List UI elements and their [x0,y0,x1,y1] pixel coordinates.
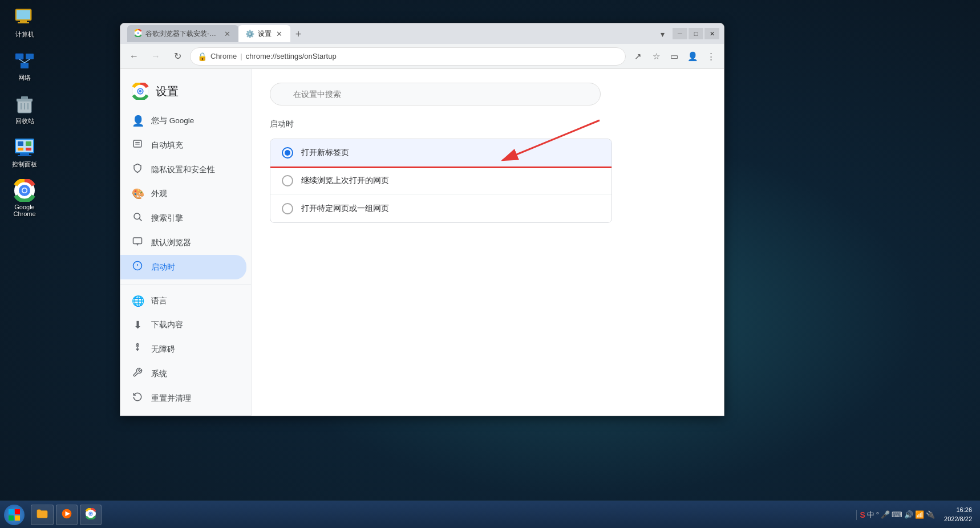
svg-rect-54 [15,515,20,521]
sidebar-item-downloads[interactable]: ⬇ 下载内容 [120,313,246,337]
option-specific[interactable]: 打开特定网页或一组网页 [270,195,612,222]
desktop-icon-computer[interactable]: 计算机 [5,6,44,39]
accessibility-icon [132,343,143,356]
taskbar: S 中 ° 🎤 ⌨ 🔊 📶 🔌 16:26 2022/8/22 [0,501,980,528]
profile-button[interactable]: 👤 [684,48,701,65]
settings-sidebar: 设置 👤 您与 Google 自动填充 [120,69,252,416]
desktop-icons: 计算机 网络 [5,6,44,217]
browser-window: 谷歌浏览器下载安装-谷歌浏览器... ✕ ⚙️ 设置 ✕ + ▾ ─ □ ✕ [120,23,724,416]
svg-rect-5 [26,54,34,59]
network-systray-icon[interactable]: 📶 [915,510,924,519]
sidebar-divider-1 [120,284,251,285]
sidebar-label-accessibility: 无障碍 [151,344,175,355]
sidebar-label-autofill: 自动填充 [151,140,183,151]
power-icon[interactable]: 🔌 [926,510,935,519]
temp-icon: ° [876,510,879,519]
back-button[interactable]: ← [125,47,143,66]
menu-button[interactable]: ⋮ [702,48,719,65]
start-orb [4,505,25,525]
default-browser-icon [132,236,143,249]
sidebar-item-privacy[interactable]: 隐私设置和安全性 [120,157,246,182]
controlpanel-label: 控制面板 [12,160,37,169]
keyboard-icon[interactable]: ⌨ [892,510,902,519]
maximize-button[interactable]: □ [689,28,703,39]
sogou-icon[interactable]: S [860,510,865,519]
sidebar-item-startup[interactable]: 启动时 [120,255,246,279]
sidebar-item-search[interactable]: 搜索引擎 [120,206,246,230]
sidebar-label-search: 搜索引擎 [151,213,183,224]
taskbar-app-media[interactable] [56,505,78,525]
svg-point-46 [137,344,139,346]
sidebar-label-google: 您与 Google [151,116,194,126]
startup-options-card: 打开新标签页 继续浏览上次打开的网页 打开特定网页或一组网页 [270,139,612,223]
settings-search-input[interactable] [270,83,601,105]
sidebar-item-appearance[interactable]: 🎨 外观 [120,182,246,206]
start-button[interactable] [0,501,29,528]
taskbar-app-folder[interactable] [31,505,54,525]
desktop-icon-chrome[interactable]: Google Chrome [5,179,44,217]
chrome-desktop-icon [13,179,36,202]
tab-1[interactable]: 谷歌浏览器下载安装-谷歌浏览器... ✕ [127,25,238,42]
startup-section-title: 启动时 [270,119,706,129]
sidebar-item-default-browser[interactable]: 默认浏览器 [120,230,246,255]
nav-bar: ← → ↻ 🔒 Chrome | chrome://settings/onSta… [120,44,724,69]
ime-icon[interactable]: 中 [867,510,874,520]
reload-button[interactable]: ↻ [168,47,187,66]
close-button[interactable]: ✕ [704,28,719,39]
sidebar-label-language: 语言 [151,296,167,306]
desktop-icon-controlpanel[interactable]: 控制面板 [5,136,44,169]
svg-rect-6 [21,63,29,68]
option-continue-label: 继续浏览上次打开的网页 [301,176,389,186]
svg-line-7 [19,59,25,63]
title-bar: 谷歌浏览器下载安装-谷歌浏览器... ✕ ⚙️ 设置 ✕ + ▾ ─ □ ✕ [120,23,724,44]
tab1-close[interactable]: ✕ [223,29,232,39]
tab-2[interactable]: ⚙️ 设置 ✕ [238,25,290,42]
sidebar-label-reset: 重置并清理 [151,393,191,404]
svg-rect-19 [18,148,23,151]
sidebar-item-accessibility[interactable]: 无障碍 [120,337,246,362]
mic-icon[interactable]: 🎤 [881,510,890,519]
svg-point-60 [90,513,92,515]
nav-actions: ↗ ☆ ▭ 👤 ⋮ [629,48,719,65]
sidebar-header: 设置 [120,78,251,109]
new-tab-button[interactable]: + [290,26,306,42]
option-continue[interactable]: 继续浏览上次打开的网页 [270,167,612,195]
sidebar-label-appearance: 外观 [151,189,167,199]
option-new-tab[interactable]: 打开新标签页 [270,139,612,167]
computer-icon [13,6,36,29]
sidebar-item-autofill[interactable]: 自动填充 [120,133,246,157]
minimize-button[interactable]: ─ [673,28,687,39]
sidebar-item-reset[interactable]: 重置并清理 [120,386,246,411]
sidebar-item-language[interactable]: 🌐 语言 [120,289,246,313]
desktop-icon-recycle[interactable]: 回收站 [5,92,44,125]
google-account-icon: 👤 [132,115,143,127]
sidebar-divider-2 [120,415,251,416]
taskbar-clock: 16:26 2022/8/22 [941,506,975,523]
sidebar-item-system[interactable]: 系统 [120,362,246,386]
desktop-icon-network[interactable]: 网络 [5,49,44,82]
share-button[interactable]: ↗ [629,48,646,65]
tab-dropdown[interactable]: ▾ [654,26,670,42]
taskbar-app-chrome[interactable] [80,505,102,525]
recycle-icon [13,92,36,115]
system-icon [132,367,143,380]
sidebar-toggle-button[interactable]: ▭ [666,48,683,65]
address-bar[interactable]: 🔒 Chrome | chrome://settings/onStartup [190,47,626,66]
svg-rect-18 [26,141,31,146]
svg-rect-17 [18,141,23,146]
search-engine-icon [132,212,143,225]
tab-bar: 谷歌浏览器下载安装-谷歌浏览器... ✕ ⚙️ 设置 ✕ + ▾ [125,25,670,42]
url-text: chrome://settings/onStartup [246,52,337,60]
svg-rect-51 [9,509,14,514]
reset-icon [132,392,143,405]
network-icon [13,49,36,72]
sidebar-item-google[interactable]: 👤 您与 Google [120,109,246,133]
forward-button[interactable]: → [147,47,165,66]
svg-point-34 [139,90,142,93]
tab2-close[interactable]: ✕ [275,29,284,39]
svg-point-27 [23,189,27,193]
bookmark-button[interactable]: ☆ [647,48,665,65]
address-separator: | [240,52,242,60]
volume-icon[interactable]: 🔊 [904,510,913,519]
svg-rect-3 [18,22,29,23]
